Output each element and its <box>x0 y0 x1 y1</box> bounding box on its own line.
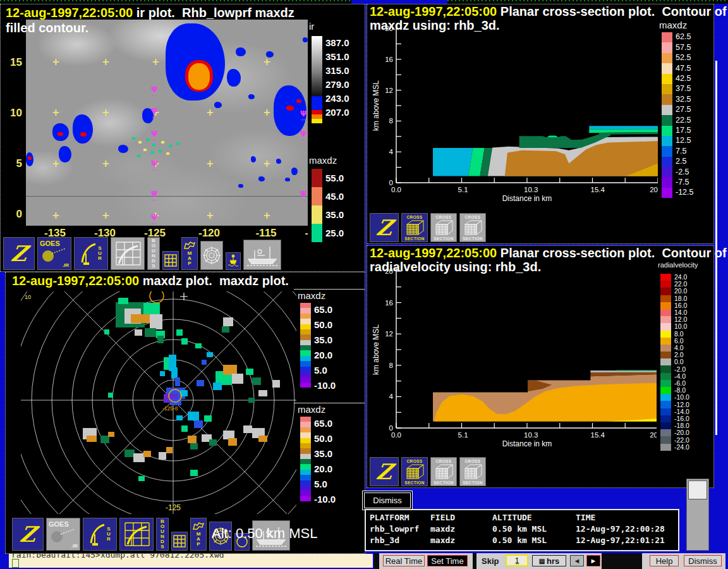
radar-grid-button[interactable] <box>119 518 154 551</box>
radar-echo-cell <box>232 374 243 384</box>
scrollbar[interactable] <box>686 479 709 551</box>
grid-small-button[interactable] <box>162 251 179 270</box>
cross-section-3-icon <box>462 463 483 480</box>
cross-section-button-2[interactable]: CROSSSECTION <box>430 213 457 242</box>
cloud-contour-blob <box>266 51 274 58</box>
cross-section-2-icon: SECTION <box>434 480 454 485</box>
goes-ir-icon <box>40 247 68 262</box>
colorbar-tick-label: -6.0 <box>674 379 686 387</box>
y-axis-tick-label: 12 <box>385 87 393 94</box>
table-row: rhb_3dmaxdz0.50 km MSL12-Aug-97,22:01:21 <box>370 535 678 546</box>
y-axis-title: km above MSL <box>372 80 380 131</box>
table-dismiss-button[interactable]: Dismiss <box>364 493 411 508</box>
xs2-title: 12-aug-1997,22:05:00 Planar cross-sectio… <box>370 246 727 260</box>
colorbar-scale <box>312 36 322 123</box>
radar-echo-cell <box>175 377 180 386</box>
maxdz-cross-section-plot[interactable]: 0481216200.05.110.315.420Distance in kmk… <box>372 21 691 211</box>
grid-plus-mark: + <box>102 212 110 219</box>
radar-echo-cell <box>272 380 280 388</box>
zebra-logo-icon: Z <box>9 243 28 264</box>
colorbar-tick-label: -10.0 <box>674 393 689 401</box>
map-button[interactable]: MAP <box>190 518 207 551</box>
skip-value-input[interactable]: 1^ <box>506 554 528 566</box>
contour-region <box>433 148 473 176</box>
cross-section-button-2[interactable]: CROSSSECTION <box>430 457 457 486</box>
altitude-readout: Alt: 0.50 km MSL <box>212 525 318 542</box>
satellite-image[interactable]: ++++++++++++++++++++++++Ψ﹏Ψ﹏Ψ﹏Ψ﹏Ψ﹏Ψ﹏Ψ﹏Ψ﹏… <box>26 20 308 226</box>
buoy-marker-icon: Ψ﹏ <box>151 87 157 96</box>
cloud-contour-blob <box>248 94 255 99</box>
zebra-logo-button[interactable]: Z <box>370 457 399 486</box>
table-cell: 0.50 km MSL <box>492 535 576 546</box>
grid-plus-mark: + <box>206 109 214 116</box>
x-axis-title: Distance in km <box>502 439 552 448</box>
cross-section-button-1[interactable]: CROSSSECTION <box>401 213 428 242</box>
help-button[interactable]: Help <box>650 555 679 566</box>
bounds-button[interactable]: BOUNDS <box>147 237 160 270</box>
scrollbar-thumb[interactable] <box>688 480 707 499</box>
cross-section-3-icon: CROSS <box>464 215 480 219</box>
dismiss-button[interactable]: Dismiss <box>684 555 722 566</box>
goes-ir-icon <box>49 528 77 543</box>
step-back-button[interactable]: ◄ <box>570 555 584 566</box>
bounds-button[interactable]: BOUNDS <box>156 518 169 551</box>
step-forward-button[interactable]: ► <box>586 555 600 566</box>
radar-echo-speck <box>137 155 140 157</box>
colorbar-tick-label: 4.0 <box>674 344 684 352</box>
radar-echo-cell <box>248 398 255 403</box>
satellite-panel-title: 12-aug-1997,22:05:00 ir plot. Rhb_lowprf… <box>6 6 294 20</box>
zebra-logo-button[interactable]: Z <box>12 518 44 551</box>
zebra-logo-button[interactable]: Z <box>370 213 399 242</box>
colorbar-tick-label: 37.5 <box>676 84 691 93</box>
title-text: Planar cross-section plot. Contour of <box>497 4 726 18</box>
buoy-button[interactable] <box>226 252 241 270</box>
radar-echo-speck <box>151 151 154 154</box>
hours-unit-button[interactable]: ▤hrs <box>532 555 566 566</box>
table-row: rhb_lowprfmaxdz0.50 km MSL12-Aug-97,22:0… <box>370 523 678 535</box>
colorbar-tick-label: 62.5 <box>676 32 691 41</box>
set-time-button[interactable]: Set Time <box>427 555 468 566</box>
radar-echo-cell <box>181 338 188 345</box>
radar-grid-button[interactable] <box>111 237 145 270</box>
radar-echo-cell <box>176 415 183 420</box>
terminal-window[interactable]: rain:beaufait:145>xdump.all 970812.2205.… <box>9 554 373 568</box>
cloud-contour-blob <box>291 168 298 175</box>
radar-echo-speck <box>146 138 149 141</box>
colorbar-tick-label: 5.0 <box>314 479 327 489</box>
colorbar-tick-label: 65.0 <box>314 418 332 429</box>
cross-section-button-3[interactable]: CROSSSECTION <box>459 213 486 242</box>
radar-echo-cell <box>138 476 145 481</box>
xs1-toolbar: ZCROSSSECTIONCROSSSECTIONCROSSSECTION <box>370 213 486 242</box>
surveillance-radar-button[interactable]: SUR <box>74 237 108 270</box>
zebra-logo-button[interactable]: Z <box>3 237 35 270</box>
colorbar-field-label: radialvelocity <box>658 261 698 269</box>
polar-grid-button[interactable] <box>200 241 223 270</box>
ship-button[interactable] <box>243 240 281 270</box>
xs1-title-line2: maxdz using: rhb_3d. <box>370 18 500 33</box>
real-time-button[interactable]: Real Time <box>383 555 425 566</box>
radar-ppi-plot[interactable]: -125-8-12510 <box>21 291 305 514</box>
radar-echo-cell <box>190 443 198 450</box>
grid-plus-mark: + <box>152 59 160 65</box>
cloud-contour-blob <box>238 184 243 188</box>
map-button[interactable]: MAP <box>181 237 198 270</box>
radar-grid-icon <box>121 520 152 548</box>
buoy-marker-icon: Ψ﹏ <box>151 108 157 118</box>
grid-small-icon <box>173 535 186 548</box>
cross-section-button-3[interactable]: CROSSSECTION <box>459 457 486 486</box>
radar-echo-cell <box>197 380 204 386</box>
radialvelocity-cross-section-plot[interactable]: 0481216200.05.110.315.420Distance in kmk… <box>372 262 691 456</box>
radar-echo-cell <box>228 438 237 446</box>
colorbar-tick-label: 2.0 <box>674 351 684 358</box>
goes-ir-button[interactable]: GOES.IR <box>46 518 80 551</box>
y-axis-tick-label: 10 <box>3 107 22 119</box>
grid-small-button[interactable] <box>171 532 188 551</box>
cross-section-1-icon: CROSS <box>406 459 422 463</box>
cloud-contour-blob <box>286 106 294 111</box>
cross-section-button-1[interactable]: CROSSSECTION <box>401 457 428 486</box>
goes-ir-button[interactable]: GOES.IR <box>37 237 71 270</box>
colorbar-field-label: maxdz <box>659 20 687 30</box>
cross-section-1-icon: SECTION <box>404 480 425 485</box>
surveillance-radar-button[interactable]: SUR <box>83 518 117 551</box>
cross-section-3-icon <box>462 219 483 236</box>
